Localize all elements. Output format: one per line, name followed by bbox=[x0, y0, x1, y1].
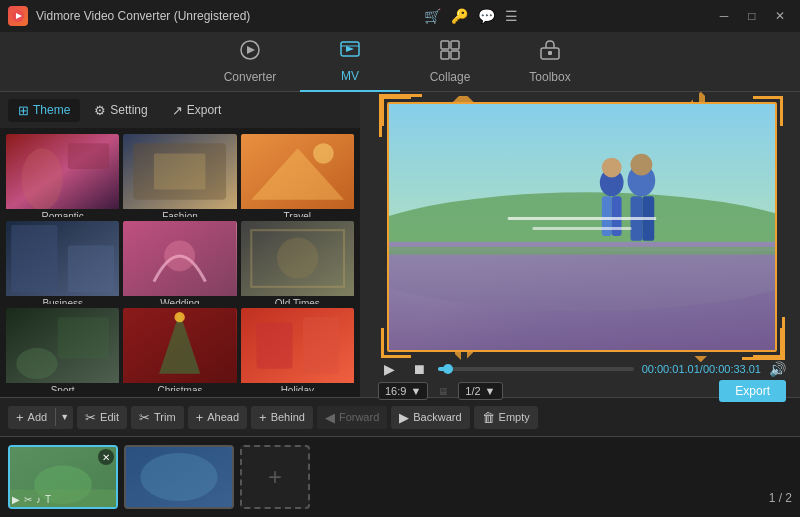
clip-text-icon: T bbox=[45, 494, 51, 505]
timeline-clip-1[interactable]: ✕ ▶ ✂ ♪ T bbox=[8, 445, 118, 509]
empty-button[interactable]: 🗑 Empty bbox=[474, 406, 538, 429]
backward-label: Backward bbox=[413, 411, 461, 423]
export-button[interactable]: Export bbox=[719, 380, 786, 402]
cart-icon[interactable]: 🛒 bbox=[424, 8, 441, 24]
corner-tl bbox=[381, 96, 411, 126]
minimize-button[interactable]: ─ bbox=[712, 6, 736, 26]
theme-holiday[interactable]: Holiday bbox=[241, 308, 354, 391]
tab-converter[interactable]: Converter bbox=[200, 32, 300, 92]
svg-rect-50 bbox=[508, 217, 656, 220]
app-title: Vidmore Video Converter (Unregistered) bbox=[36, 9, 250, 23]
backward-button[interactable]: ▶ Backward bbox=[391, 406, 469, 429]
add-clip-button[interactable]: + bbox=[240, 445, 310, 509]
time-display: 00:00:01.01/00:00:33.01 bbox=[642, 363, 761, 375]
backward-icon: ▶ bbox=[399, 410, 409, 425]
window-controls: ─ □ ✕ bbox=[712, 6, 792, 26]
trim-icon: ✂ bbox=[139, 410, 150, 425]
corner-bl bbox=[381, 328, 411, 358]
clip-1-icons: ▶ ✂ ♪ T bbox=[12, 494, 51, 505]
panel-tabs: ⊞ Theme ⚙ Setting ↗ Export bbox=[0, 92, 360, 128]
theme-sport[interactable]: Sport bbox=[6, 308, 119, 391]
svg-rect-11 bbox=[548, 51, 552, 55]
key-icon[interactable]: 🔑 bbox=[451, 8, 468, 24]
pages-label: 1/2 bbox=[465, 385, 480, 397]
svg-point-30 bbox=[16, 348, 57, 379]
svg-rect-14 bbox=[68, 143, 109, 169]
theme-wedding-thumb bbox=[123, 221, 236, 296]
clip-thumb-bg-2 bbox=[126, 447, 232, 507]
converter-icon bbox=[239, 39, 261, 66]
toolbar: + Add ▼ ✂ Edit ✂ Trim + Ahead + Behind ◀… bbox=[0, 397, 800, 437]
theme-christmas[interactable]: Christmas bbox=[123, 308, 236, 391]
right-panel: ▶ ⏹ 00:00:01.01/00:00:33.01 🔊 16:9 ▼ 🖥 1… bbox=[364, 92, 800, 397]
panel-tab-setting-label: Setting bbox=[110, 103, 147, 117]
tab-collage-label: Collage bbox=[430, 70, 471, 84]
ratio-dropdown-icon: ▼ bbox=[410, 385, 421, 397]
tab-mv[interactable]: MV bbox=[300, 32, 400, 92]
empty-icon: 🗑 bbox=[482, 410, 495, 425]
stop-button[interactable]: ⏹ bbox=[408, 358, 430, 380]
ratio-select[interactable]: 16:9 ▼ bbox=[378, 382, 428, 400]
title-bar-left: Vidmore Video Converter (Unregistered) bbox=[8, 6, 250, 26]
panel-tab-export-label: Export bbox=[187, 103, 222, 117]
add-dropdown[interactable]: ▼ bbox=[55, 408, 73, 426]
clip-play-icon: ▶ bbox=[12, 494, 20, 505]
behind-icon: + bbox=[259, 410, 267, 425]
svg-point-47 bbox=[630, 154, 652, 176]
theme-travel-thumb bbox=[241, 134, 354, 209]
close-button[interactable]: ✕ bbox=[768, 6, 792, 26]
setting-icon: ⚙ bbox=[94, 103, 106, 118]
svg-rect-41 bbox=[389, 247, 775, 255]
theme-holiday-label: Holiday bbox=[241, 383, 354, 391]
ahead-button[interactable]: + Ahead bbox=[188, 406, 247, 429]
edit-button[interactable]: ✂ Edit bbox=[77, 406, 127, 429]
pages-select[interactable]: 1/2 ▼ bbox=[458, 382, 502, 400]
edit-label: Edit bbox=[100, 411, 119, 423]
theme-travel-label: Travel bbox=[241, 209, 354, 217]
svg-rect-8 bbox=[441, 51, 449, 59]
corner-tr bbox=[753, 96, 783, 126]
theme-romantic[interactable]: Romantic bbox=[6, 134, 119, 217]
maximize-button[interactable]: □ bbox=[740, 6, 764, 26]
theme-sport-label: Sport bbox=[6, 383, 119, 391]
theme-business-label: Business bbox=[6, 296, 119, 304]
theme-travel[interactable]: Travel bbox=[241, 134, 354, 217]
theme-wedding[interactable]: Wedding bbox=[123, 221, 236, 304]
tab-toolbox[interactable]: Toolbox bbox=[500, 32, 600, 92]
play-button[interactable]: ▶ bbox=[378, 358, 400, 380]
collage-icon bbox=[439, 39, 461, 66]
trim-label: Trim bbox=[154, 411, 176, 423]
panel-tab-theme[interactable]: ⊞ Theme bbox=[8, 99, 80, 122]
timeline-clip-2[interactable] bbox=[124, 445, 234, 509]
clip-thumb-2 bbox=[124, 445, 234, 509]
ahead-label: Ahead bbox=[207, 411, 239, 423]
svg-rect-37 bbox=[302, 317, 338, 374]
clip-1-close[interactable]: ✕ bbox=[98, 449, 114, 465]
theme-fashion[interactable]: Fashion bbox=[123, 134, 236, 217]
chat-icon[interactable]: 💬 bbox=[478, 8, 495, 24]
svg-rect-7 bbox=[451, 41, 459, 49]
edit-icon: ✂ bbox=[85, 410, 96, 425]
monitor-icon: 🖥 bbox=[436, 386, 450, 397]
panel-tab-setting[interactable]: ⚙ Setting bbox=[84, 99, 157, 122]
behind-button[interactable]: + Behind bbox=[251, 406, 313, 429]
tab-collage[interactable]: Collage bbox=[400, 32, 500, 92]
time-total: 00:00:33.01 bbox=[703, 363, 761, 375]
volume-icon[interactable]: 🔊 bbox=[769, 361, 786, 377]
theme-oldtimes[interactable]: Old Times bbox=[241, 221, 354, 304]
panel-tab-export[interactable]: ↗ Export bbox=[162, 99, 232, 122]
forward-button[interactable]: ◀ Forward bbox=[317, 406, 387, 429]
theme-fashion-label: Fashion bbox=[123, 209, 236, 217]
progress-bar[interactable] bbox=[438, 367, 634, 371]
ahead-icon: + bbox=[196, 410, 204, 425]
menu-icon[interactable]: ☰ bbox=[505, 8, 518, 24]
title-icons: 🛒 🔑 💬 ☰ bbox=[424, 8, 518, 24]
preview-area bbox=[374, 102, 790, 352]
theme-business[interactable]: Business bbox=[6, 221, 119, 304]
left-panel: ⊞ Theme ⚙ Setting ↗ Export bbox=[0, 92, 360, 397]
clip-music-icon: ♪ bbox=[36, 494, 41, 505]
trim-button[interactable]: ✂ Trim bbox=[131, 406, 184, 429]
svg-point-25 bbox=[165, 240, 196, 271]
add-icon: + bbox=[16, 410, 24, 425]
add-button[interactable]: + Add bbox=[8, 406, 55, 429]
